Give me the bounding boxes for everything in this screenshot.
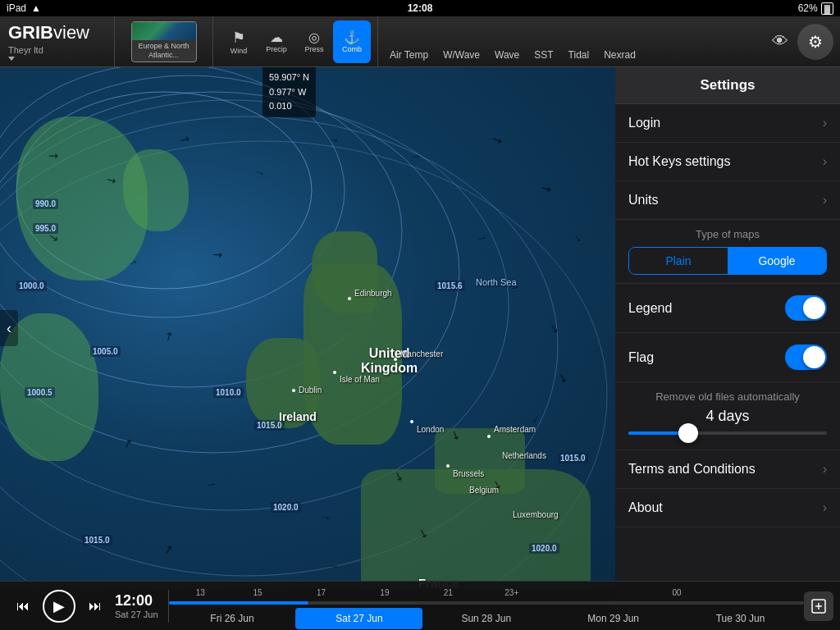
tab-wind[interactable]: ⚑ Wind: [220, 21, 258, 63]
map-region-label: Europe & North Atlantic...: [132, 40, 196, 62]
settings-panel: Settings Login › Hot Keys settings › Uni…: [615, 67, 840, 630]
wind-arrow-16: ↘: [556, 369, 570, 385]
dublin-dot: [292, 389, 295, 392]
legend-toggle[interactable]: [785, 295, 827, 321]
wind-arrow-22: →: [327, 559, 340, 573]
slider-thumb[interactable]: [678, 423, 698, 443]
isobar-1015-3: 1015.0: [558, 453, 588, 463]
subtab-airtemp[interactable]: Air Temp: [383, 46, 435, 64]
map-region-selector[interactable]: Europe & North Atlantic...: [115, 16, 213, 67]
date-sat27[interactable]: Sat 27 Jun: [295, 608, 422, 629]
svg-point-1: [16, 92, 312, 289]
isle-of-man-label: Isle of Man: [340, 375, 380, 384]
map-type-plain[interactable]: Plain: [629, 248, 728, 274]
chevron-icon: ›: [823, 462, 827, 477]
date-mon29[interactable]: Mon 29 Jun: [550, 608, 677, 629]
expand-timeline-button[interactable]: [804, 591, 833, 621]
hour-21: 21: [444, 588, 453, 597]
play-button[interactable]: ▶: [43, 590, 75, 623]
map-thumbnail: [131, 22, 197, 40]
isobar-10006: 1000.5: [25, 387, 55, 398]
battery-icon: ▓: [821, 2, 833, 15]
subtab-nexrad[interactable]: Nexrad: [597, 46, 642, 64]
flag-toggle[interactable]: [785, 345, 827, 370]
settings-about-label: About: [628, 500, 663, 515]
coordinate-display: 59.907° N 0.977° W 0.010: [262, 67, 316, 117]
settings-legend[interactable]: Legend: [615, 284, 840, 333]
wind-arrow-1: ↗: [46, 148, 62, 164]
wind-arrow-11: ↑: [127, 258, 141, 267]
svg-point-5: [0, 100, 509, 510]
ireland-land: [246, 338, 320, 428]
map-area[interactable]: 990.0 995.0 1000.0 1000.5 1005.0 1010.0 …: [0, 67, 615, 589]
subtab-wave[interactable]: Wave: [488, 46, 526, 64]
current-time: 12:00: [115, 592, 158, 609]
wind-arrow-3: ↗: [178, 131, 193, 148]
skip-back-button[interactable]: ⏮: [10, 593, 36, 619]
settings-button[interactable]: ⚙: [797, 24, 833, 60]
date-tue30[interactable]: Tue 30 Jun: [677, 608, 804, 629]
amsterdam-label: Amsterdam: [494, 425, 536, 434]
chevron-icon: ›: [823, 154, 827, 169]
svg-marker-0: [8, 57, 15, 61]
timeline-progress-track: [169, 601, 804, 605]
hour-13: 13: [196, 588, 205, 597]
settings-title: Settings: [615, 67, 840, 104]
isobar-1020-1: 1020.0: [271, 502, 301, 513]
wind-arrow-5: →: [327, 132, 341, 147]
map-nav-left[interactable]: ‹: [0, 310, 18, 346]
playback-controls: ⏮ ▶ ⏭ 12:00 Sat 27 Jun: [0, 590, 169, 623]
settings-hotkeys[interactable]: Hot Keys settings ›: [615, 143, 840, 181]
map-background: 990.0 995.0 1000.0 1000.5 1005.0 1010.0 …: [0, 67, 615, 589]
settings-units[interactable]: Units ›: [615, 181, 840, 220]
chevron-icon: ›: [823, 116, 827, 130]
dropdown-arrow-icon: [8, 57, 15, 61]
wind-arrow-20: →: [319, 509, 333, 524]
luxembourg-label: Luxembourg: [513, 510, 559, 519]
wifi-icon: ▲: [31, 2, 41, 14]
hour-17: 17: [317, 588, 326, 597]
settings-terms[interactable]: Terms and Conditions ›: [615, 450, 840, 489]
wind-arrow-27: ↓: [530, 411, 541, 425]
map-type-google[interactable]: Google: [728, 248, 826, 274]
settings-login[interactable]: Login ›: [615, 104, 840, 143]
wind-arrow-19: →: [204, 477, 218, 491]
wind-arrow-4: →: [253, 164, 268, 180]
flag-toggle-knob: [803, 346, 825, 368]
isle-of-man-dot: [333, 371, 336, 374]
map-type-label: Type of maps: [628, 228, 827, 240]
timeline-dates: Fri 26 Jun Sat 27 Jun Sun 28 Jun Mon 29 …: [169, 608, 804, 629]
tab-press[interactable]: ◎ Press: [295, 21, 333, 63]
coord-val: 0.010: [269, 99, 309, 114]
amsterdam-dot: [487, 435, 491, 438]
subtab-sst[interactable]: SST: [527, 46, 559, 64]
edinburgh-dot: [348, 297, 351, 300]
settings-about[interactable]: About ›: [615, 489, 840, 527]
netherlands-label: Netherlands: [502, 451, 546, 460]
settings-flag-label: Flag: [628, 350, 654, 365]
isobar-1000-1: 1000.0: [16, 281, 47, 291]
tab-comb[interactable]: ⚓ Comb: [333, 21, 371, 63]
settings-flag[interactable]: Flag: [615, 333, 840, 382]
tab-precip[interactable]: ☁ Precip: [258, 21, 295, 63]
dublin-label: Dublin: [299, 386, 322, 395]
current-date: Sat 27 Jun: [115, 609, 158, 619]
isobar-1005-1: 1005.0: [90, 346, 121, 357]
logo: GRIBview: [8, 22, 106, 43]
scotland-land: [312, 231, 377, 313]
visibility-button[interactable]: 👁: [766, 28, 794, 56]
subtab-tidal[interactable]: Tidal: [562, 46, 596, 64]
skip-forward-button[interactable]: ⏭: [82, 593, 108, 619]
hour-00: 00: [673, 588, 682, 597]
timeline-scroll[interactable]: 13 15 17 19 21 23+ 00 Fri 26 Jun Sat 27 …: [169, 582, 804, 631]
edinburgh-label: Edinburgh: [354, 289, 392, 298]
belgium-label: Belgium: [469, 486, 499, 495]
sub-tabs: Air Temp W/Wave Wave SST Tidal Nexrad: [378, 16, 766, 67]
date-sun28[interactable]: Sun 28 Jun: [422, 608, 550, 629]
date-fri26[interactable]: Fri 26 Jun: [169, 608, 296, 629]
clock: 12:08: [408, 2, 433, 14]
slider-track[interactable]: [628, 431, 827, 435]
hour-15: 15: [253, 588, 262, 597]
settings-legend-label: Legend: [628, 301, 672, 316]
subtab-wwave[interactable]: W/Wave: [436, 46, 486, 64]
